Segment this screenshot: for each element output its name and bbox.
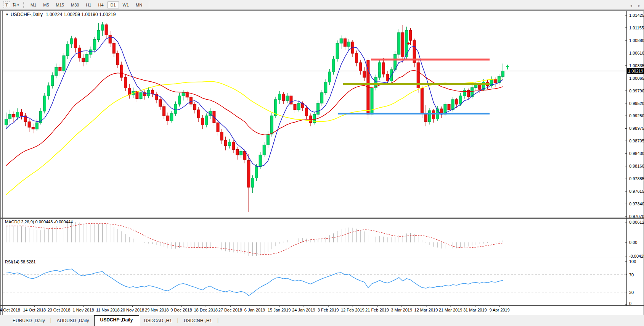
price-tick-label: 0.98160	[629, 164, 644, 168]
price-tick-label: 0.97340	[629, 202, 644, 206]
chart-tab-eurusd[interactable]: EURUSD-,Daily	[8, 316, 50, 326]
chart-tab-usdcad[interactable]: USDCAD-,H1	[139, 316, 177, 326]
rsi-indicator-label: RSI(14) 58.5281	[5, 260, 36, 264]
date-tick-label: 29 Nov 2018	[145, 308, 169, 312]
date-tick-label: 23 Oct 2018	[47, 308, 70, 312]
price-tick-label: 1.00335	[629, 63, 644, 68]
date-tick-label: 15 Jan 2019	[268, 308, 291, 312]
date-tick-label: 11 Nov 2018	[96, 308, 120, 312]
price-tick-label: 0.97885	[629, 176, 644, 181]
symbol-dropdown-icon[interactable]: ▼	[5, 13, 9, 16]
chart-canvas[interactable]	[0, 0, 644, 326]
date-tick-label: 3 Mar 2019	[391, 308, 412, 312]
price-tick-label: 0.97615	[629, 189, 644, 194]
price-tick-label: 0.99790	[629, 89, 644, 93]
chart-ohlc-values: 1.00224 1.00259 1.00190 1.00219	[46, 12, 116, 17]
price-tick-label: 0.99250	[629, 113, 644, 118]
price-tick-label: 1.00610	[629, 51, 644, 55]
tab-scroll-right-icon[interactable]: ▸	[638, 3, 640, 8]
rsi-tick-label: 0	[629, 301, 631, 306]
price-tick-label: 1.01425	[629, 13, 644, 18]
price-tick-label: 0.98975	[629, 126, 644, 131]
date-tick-label: 12 Mar 2019	[414, 308, 438, 312]
price-tick-label: 1.00065	[629, 76, 644, 81]
date-tick-label: 21 Feb 2019	[365, 308, 389, 312]
date-tick-label: 24 Jan 2019	[292, 308, 315, 312]
chart-tab-usdcnh[interactable]: USDCNH-,H1	[179, 316, 217, 326]
price-tick-label: 0.97070	[629, 214, 644, 219]
price-tick-label: 0.99520	[629, 101, 644, 106]
mt4-terminal: { "toolbar": { "text_tool_label": "T", "…	[0, 0, 644, 326]
tab-scroll-buttons: ◂ ▸	[625, 3, 640, 8]
date-tick-label: 9 Apr 2019	[489, 308, 509, 312]
date-tick-label: 6 Jan 2019	[244, 308, 265, 312]
chart-title: ▼USDCHF-,Daily1.00224 1.00259 1.00190 1.…	[5, 12, 116, 17]
rsi-tick-label: 100	[629, 259, 636, 264]
date-tick-label: 1 Nov 2018	[72, 308, 94, 312]
date-tick-label: 31 Mar 2019	[463, 308, 487, 312]
date-tick-label: 21 Mar 2019	[439, 308, 463, 312]
date-tick-label: 18 Dec 2018	[194, 308, 217, 312]
tab-scroll-left-icon[interactable]: ◂	[630, 3, 632, 8]
date-tick-label: 20 Nov 2018	[120, 308, 144, 312]
date-tick-label: 3 Feb 2019	[318, 308, 339, 312]
price-tick-label: 0.98705	[629, 139, 644, 143]
macd-tick-label: -0.00425	[629, 254, 644, 258]
date-tick-label: 14 Oct 2018	[23, 308, 46, 312]
chart-tab-bar: EURUSD-,Daily|AUDUSD-,DailyUSDCHF-,Daily…	[0, 315, 644, 326]
date-tick-label: 27 Dec 2018	[218, 308, 242, 312]
chart-tab-usdchf[interactable]: USDCHF-,Daily	[94, 315, 139, 326]
macd-tick-label: 0.00	[629, 240, 637, 245]
chart-symbol-label: USDCHF-,Daily	[11, 12, 43, 17]
price-tick-label: 1.00880	[629, 38, 644, 43]
price-tick-label: 0.98430	[629, 151, 644, 156]
current-price-box: 1.00219	[627, 68, 644, 74]
tab-separator: |	[217, 318, 219, 324]
chart-tab-audusd[interactable]: AUDUSD-,Daily	[52, 316, 94, 326]
rsi-tick-label: 30	[629, 290, 634, 295]
macd-indicator-label: MACD(12,26,9) 0.000443 -0.000444	[5, 219, 73, 224]
date-tick-label: 9 Dec 2018	[170, 308, 192, 312]
price-tick-label: 1.01155	[629, 26, 644, 30]
date-tick-label: 12 Feb 2019	[341, 308, 365, 312]
macd-tick-label: 0.006125	[629, 220, 644, 224]
date-tick-label: 4 Oct 2018	[0, 308, 20, 312]
rsi-tick-label: 70	[629, 273, 634, 277]
